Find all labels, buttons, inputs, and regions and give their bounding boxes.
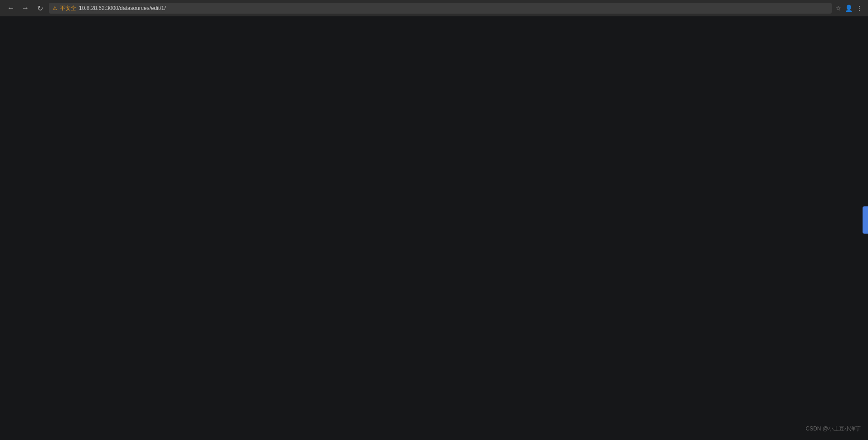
right-edge-tab[interactable]: [863, 206, 868, 234]
bookmark-icon[interactable]: ☆: [835, 5, 841, 12]
account-icon[interactable]: 👤: [845, 5, 853, 12]
url-text: 10.8.28.62:3000/datasources/edit/1/: [79, 5, 166, 11]
security-icon: ⚠: [53, 5, 57, 11]
forward-button[interactable]: →: [20, 3, 31, 14]
address-bar[interactable]: ⚠ 不安全 10.8.28.62:3000/datasources/edit/1…: [49, 3, 832, 14]
csdn-watermark: CSDN @小土豆小洋芋: [805, 425, 861, 433]
browser-actions: ☆ 👤 ⋮: [835, 5, 863, 12]
refresh-button[interactable]: ↻: [34, 3, 45, 14]
browser-chrome: ← → ↻ ⚠ 不安全 10.8.28.62:3000/datasources/…: [0, 0, 868, 16]
menu-icon[interactable]: ⋮: [856, 5, 863, 12]
back-button[interactable]: ←: [5, 3, 16, 14]
insecure-label: 不安全: [60, 5, 76, 12]
